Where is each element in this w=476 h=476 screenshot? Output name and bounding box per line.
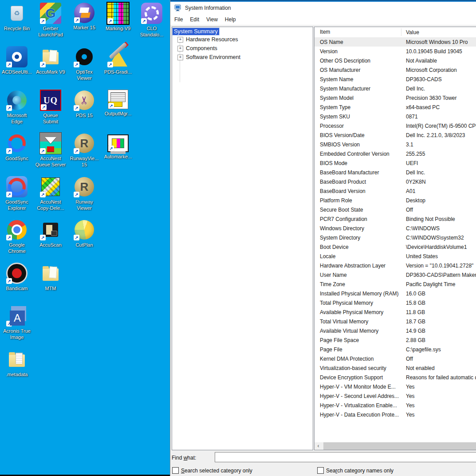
table-row[interactable]: BIOS Mode UEFI xyxy=(315,158,476,168)
checkbox-box[interactable] xyxy=(317,467,324,474)
desktop-icon-recycle-bin[interactable]: Recycle Bin xyxy=(0,3,34,31)
desktop-icon-runway-viewer-15[interactable]: ↗ RunwayVie... 15 xyxy=(67,133,102,168)
expand-plus-icon[interactable]: + xyxy=(177,55,183,60)
desktop-icon-metadata-folder[interactable]: .metadata xyxy=(0,349,34,378)
horizontal-scrollbar[interactable]: ‹ xyxy=(315,442,476,450)
desktop-icon-accunest-queue-server[interactable]: ↗ AccuNest Queue Server xyxy=(33,133,68,168)
runway-viewer-icon: ↗ xyxy=(74,133,95,154)
cutplan-icon: ↗ xyxy=(74,219,95,240)
desktop-icon-goodsync-explorer[interactable]: ↗ GoodSync Explorer xyxy=(0,176,34,211)
table-row[interactable]: Available Physical Memory 11.8 GB xyxy=(315,307,476,317)
table-row[interactable]: Windows Directory C:\WINDOWS xyxy=(315,224,476,233)
table-row[interactable]: Hyper-V - Second Level Addres... Yes xyxy=(315,391,476,401)
desktop-icon-accunest-copy-delete[interactable]: ↗ AccuNest Copy-Dele... xyxy=(33,176,68,211)
table-row[interactable]: Hyper-V - Virtualization Enable... Yes xyxy=(315,401,476,410)
scroll-left-arrow-icon[interactable]: ‹ xyxy=(315,442,322,450)
table-row[interactable]: System Directory C:\WINDOWS\system32 xyxy=(315,233,476,242)
table-row[interactable]: System Manufacturer Dell Inc. xyxy=(315,84,476,93)
desktop-icon-accuscan[interactable]: ↗ AccuScan xyxy=(33,219,68,248)
column-header-item[interactable]: Item xyxy=(315,28,401,36)
table-row[interactable]: User Name DP3630-CADS\Pattern Maker xyxy=(315,270,476,279)
menu-view[interactable]: View xyxy=(203,15,221,24)
desktop-icon-automarker[interactable]: ↗ Automarke... xyxy=(101,133,135,160)
tree-item-hardware-resources[interactable]: + Hardware Resources xyxy=(172,35,313,44)
desktop-icon-accumark-v9[interactable]: ↗ AccuMark V9 xyxy=(33,46,68,75)
table-row[interactable]: Total Physical Memory 15.8 GB xyxy=(315,298,476,307)
shortcut-arrow-icon: ↗ xyxy=(108,146,114,151)
menu-help[interactable]: Help xyxy=(221,15,240,24)
table-row[interactable]: Virtualization-based security Not enable… xyxy=(315,363,476,373)
table-row[interactable]: Device Encryption Support Reasons for fa… xyxy=(315,373,476,382)
system-information-icon xyxy=(174,4,181,12)
table-row[interactable]: SMBIOS Version 3.1 xyxy=(315,140,476,149)
table-row[interactable]: System Name DP3630-CADS xyxy=(315,75,476,84)
table-row[interactable]: Hardware Abstraction Layer Version = "10… xyxy=(315,261,476,270)
table-row[interactable]: Installed Physical Memory (RAM) 16.0 GB xyxy=(315,289,476,298)
accunest-queue-server-icon: ↗ xyxy=(40,133,61,154)
desktop-icon-marking-v9[interactable]: ↗ Marking-V9 xyxy=(101,3,135,31)
menu-edit[interactable]: Edit xyxy=(186,15,203,24)
table-row[interactable]: Other OS Description Not Available xyxy=(315,56,476,65)
checkbox-box[interactable] xyxy=(172,467,179,474)
search-category-names-checkbox[interactable]: Search category names only xyxy=(317,467,393,474)
table-row[interactable]: Page File Space 2.88 GB xyxy=(315,335,476,345)
desktop-icon-marker-15[interactable]: ↗ Marker 15 xyxy=(67,3,102,31)
tree-item-components[interactable]: + Components xyxy=(172,44,313,53)
table-row[interactable]: Kernel DMA Protection Off xyxy=(315,354,476,363)
column-header-value[interactable]: Value xyxy=(401,29,476,35)
table-row[interactable]: System Model Precision 3630 Tower xyxy=(315,93,476,102)
menu-file[interactable]: File xyxy=(171,15,186,24)
item-cell: Windows Directory xyxy=(315,225,401,232)
table-row[interactable]: BaseBoard Version A01 xyxy=(315,186,476,196)
desktop-icon-acdsee-ultimate[interactable]: ↗ ACDSeeUlti... xyxy=(0,46,34,75)
table-row[interactable]: OS Manufacturer Microsoft Corporation xyxy=(315,65,476,75)
table-row[interactable]: Total Virtual Memory 18.7 GB xyxy=(315,317,476,326)
table-row[interactable]: BaseBoard Manufacturer Dell Inc. xyxy=(315,168,476,177)
title-bar[interactable]: System Information xyxy=(170,2,476,14)
table-row[interactable]: Hyper-V - Data Execution Prote... Yes xyxy=(315,410,476,419)
table-row[interactable]: Version 10.0.19045 Build 19045 xyxy=(315,47,476,56)
scrollbar-thumb[interactable] xyxy=(323,442,476,450)
table-row[interactable]: Locale United States xyxy=(315,252,476,261)
value-cell: DP3630-CADS\Pattern Maker xyxy=(401,272,476,278)
desktop-icon-gerber-launchpad[interactable]: ↗ Gerber LaunchPad xyxy=(33,3,68,38)
desktop-icon-mtm-folder[interactable]: MTM xyxy=(33,263,68,291)
desktop-icon-clo-standalone[interactable]: ↗ CLO Standalo... xyxy=(134,3,169,38)
desktop-icon-microsoft-edge[interactable]: ↗ Microsoft Edge xyxy=(0,90,34,125)
desktop-icon-queue-submit[interactable]: ↗ Queue Submit xyxy=(33,90,68,125)
find-what-input[interactable] xyxy=(215,452,476,462)
desktop-icon-output-manager[interactable]: ↗ OutputMgr... xyxy=(101,90,135,117)
table-row[interactable]: Processor Intel(R) Core(TM) i5-9500 CPU xyxy=(315,121,476,130)
desktop-icon-bandicam[interactable]: ↗ Bandicam xyxy=(0,263,34,291)
desktop-icon-optitex-viewer[interactable]: ↗ OptiTex Viewer xyxy=(67,46,102,81)
table-row[interactable]: Hyper-V - VM Monitor Mode E... Yes xyxy=(315,382,476,391)
table-row[interactable]: Available Virtual Memory 14.9 GB xyxy=(315,326,476,335)
table-row[interactable]: Platform Role Desktop xyxy=(315,196,476,205)
table-row[interactable]: BIOS Version/Date Dell Inc. 2.21.0, 3/8/… xyxy=(315,130,476,140)
table-row[interactable]: Page File C:\pagefile.sys xyxy=(315,345,476,354)
tree-item-system-summary[interactable]: System Summary xyxy=(173,28,219,35)
search-selected-category-checkbox[interactable]: Search selected category only xyxy=(172,467,252,474)
table-row[interactable]: OS Name Microsoft Windows 10 Pro xyxy=(315,37,476,47)
table-row[interactable]: Time Zone Pacific Daylight Time xyxy=(315,279,476,289)
table-row[interactable]: BaseBoard Product 0Y2K8N xyxy=(315,177,476,186)
category-tree-panel[interactable]: System Summary + Hardware Resources + Co… xyxy=(172,27,313,450)
tree-item-software-environment[interactable]: + Software Environment xyxy=(172,53,313,62)
desktop-icon-google-chrome[interactable]: ↗ Google Chrome xyxy=(0,219,34,254)
expand-plus-icon[interactable]: + xyxy=(177,46,183,51)
desktop-icon-runway-viewer[interactable]: ↗ Runway Viewer xyxy=(67,176,102,211)
table-row[interactable]: PCR7 Configuration Binding Not Possible xyxy=(315,214,476,224)
desktop-icon-pds-15[interactable]: ↗ PDS 15 xyxy=(67,90,102,118)
folder-icon xyxy=(40,263,61,284)
table-row[interactable]: Boot Device \Device\HarddiskVolume1 xyxy=(315,242,476,252)
desktop-icon-pds-grading[interactable]: ↗ PDS-Gradi... xyxy=(101,46,135,75)
desktop-icon-goodsync[interactable]: ↗ GoodSync xyxy=(0,133,34,161)
table-row[interactable]: Secure Boot State Off xyxy=(315,205,476,214)
table-row[interactable]: System Type x64-based PC xyxy=(315,102,476,112)
automarker-icon: ↗ xyxy=(107,134,129,152)
expand-plus-icon[interactable]: + xyxy=(177,37,183,43)
desktop-icon-acronis-true-image[interactable]: ↗ Acronis True Image xyxy=(0,305,34,340)
table-row[interactable]: System SKU 0871 xyxy=(315,112,476,121)
table-row[interactable]: Embedded Controller Version 255.255 xyxy=(315,149,476,158)
desktop-icon-cutplan[interactable]: ↗ CutPlan xyxy=(67,219,102,248)
